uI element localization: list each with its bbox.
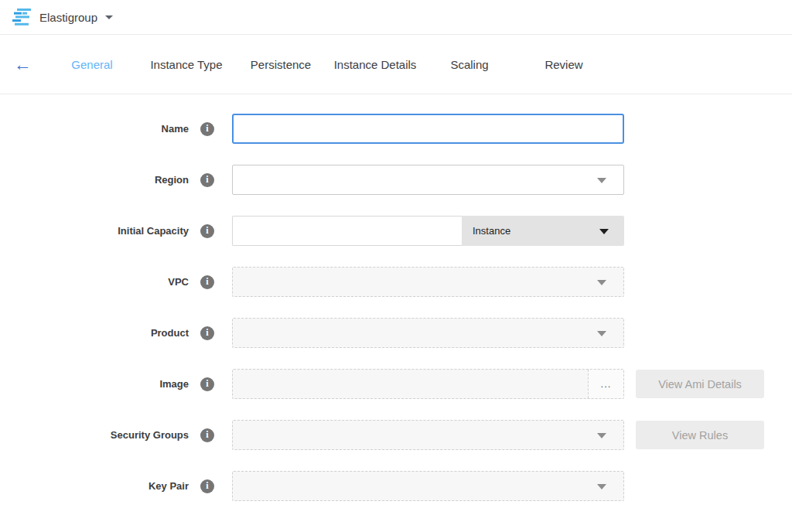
tab-scaling[interactable]: Scaling — [422, 58, 517, 71]
image-info-icon[interactable]: i — [200, 377, 214, 391]
caret-down-icon — [597, 484, 606, 489]
name-info-icon[interactable]: i — [200, 122, 214, 136]
tab-persistence[interactable]: Persistence — [234, 58, 328, 71]
wizard-tabbar: ← General Instance Type Persistence Inst… — [0, 35, 792, 94]
view-rules-button[interactable]: View Rules — [636, 421, 764, 449]
tab-instance-details[interactable]: Instance Details — [328, 58, 422, 71]
image-value — [233, 370, 588, 398]
name-row: Name i — [0, 114, 792, 144]
vpc-info-icon[interactable]: i — [200, 275, 214, 289]
caret-down-icon — [599, 229, 609, 234]
key-pair-select[interactable] — [232, 471, 624, 501]
general-settings-form: Name i Region i Initial Capacity i Insta… — [0, 94, 792, 501]
tab-review[interactable]: Review — [517, 58, 611, 71]
name-label: Name — [162, 123, 189, 135]
vpc-select[interactable] — [232, 267, 624, 297]
security-groups-info-icon[interactable]: i — [200, 428, 214, 442]
vpc-label: VPC — [168, 276, 189, 288]
product-select[interactable] — [232, 318, 624, 348]
key-pair-info-icon[interactable]: i — [200, 479, 214, 493]
initial-capacity-info-icon[interactable]: i — [200, 224, 214, 238]
vpc-row: VPC i — [0, 267, 792, 297]
caret-down-icon — [597, 280, 606, 285]
caret-down-icon — [597, 178, 606, 183]
product-label: Product — [151, 327, 189, 339]
image-label: Image — [159, 378, 189, 390]
security-groups-select[interactable] — [232, 420, 624, 450]
app-title: Elastigroup — [39, 11, 97, 24]
capacity-unit-select[interactable]: Instance — [462, 216, 624, 246]
tab-instance-type[interactable]: Instance Type — [139, 58, 234, 71]
view-ami-details-button[interactable]: View Ami Details — [636, 370, 764, 398]
key-pair-row: Key Pair i — [0, 471, 792, 501]
name-input[interactable] — [232, 114, 624, 144]
initial-capacity-row: Initial Capacity i Instance — [0, 216, 792, 246]
caret-down-icon — [597, 433, 606, 438]
region-select[interactable] — [232, 165, 624, 195]
region-row: Region i — [0, 165, 792, 195]
security-groups-label: Security Groups — [111, 429, 189, 441]
region-info-icon[interactable]: i — [200, 173, 214, 187]
product-info-icon[interactable]: i — [200, 326, 214, 340]
tab-general[interactable]: General — [45, 58, 139, 71]
image-picker[interactable]: ... — [232, 369, 624, 399]
region-label: Region — [155, 174, 189, 186]
elastigroup-logo-icon — [12, 9, 32, 26]
key-pair-label: Key Pair — [148, 480, 189, 492]
image-row: Image i ... View Ami Details — [0, 369, 792, 399]
initial-capacity-input[interactable] — [232, 216, 462, 246]
back-button[interactable]: ← — [0, 56, 45, 73]
chevron-down-icon[interactable] — [105, 15, 113, 19]
initial-capacity-label: Initial Capacity — [118, 225, 189, 237]
image-browse-button[interactable]: ... — [588, 370, 623, 398]
security-groups-row: Security Groups i View Rules — [0, 420, 792, 450]
capacity-unit-value: Instance — [473, 225, 510, 237]
caret-down-icon — [597, 331, 606, 336]
app-header: Elastigroup — [0, 0, 792, 35]
product-row: Product i — [0, 318, 792, 348]
